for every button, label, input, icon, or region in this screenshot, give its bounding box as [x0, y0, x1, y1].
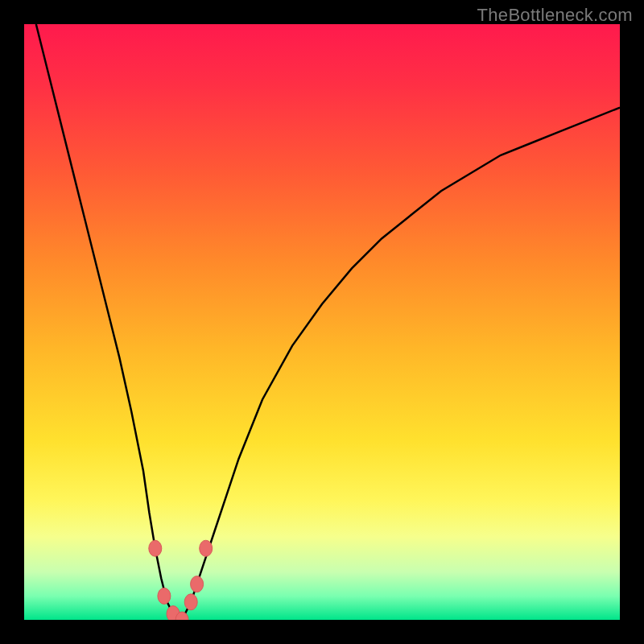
watermark: TheBottleneck.com	[477, 5, 633, 26]
plot-area	[24, 24, 620, 620]
watermark-text: TheBottleneck.com	[477, 5, 633, 25]
curve-right	[179, 108, 620, 620]
marker-dot	[200, 540, 213, 556]
marker-dot	[149, 540, 162, 556]
curve-left	[36, 24, 180, 620]
chart-frame: TheBottleneck.com	[0, 0, 644, 644]
marker-dot	[191, 576, 204, 592]
marker-dot	[184, 594, 197, 610]
curves-layer	[24, 24, 620, 620]
marker-dot	[158, 588, 171, 604]
marker-group	[149, 540, 213, 620]
